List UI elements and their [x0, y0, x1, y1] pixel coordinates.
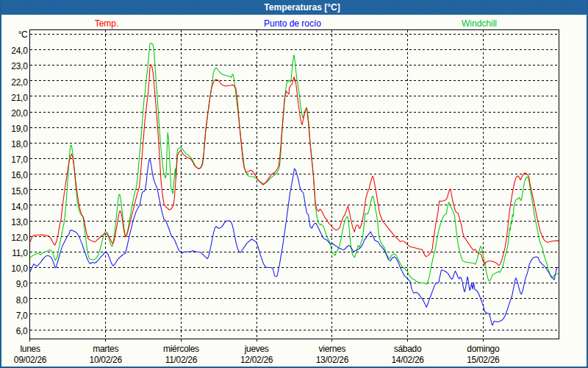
svg-text:12/02/26: 12/02/26 — [240, 355, 273, 365]
svg-text:10,0: 10,0 — [11, 263, 28, 274]
svg-text:11,0: 11,0 — [12, 248, 28, 258]
svg-text:8,0: 8,0 — [16, 295, 28, 305]
svg-text:Punto de rocío: Punto de rocío — [264, 18, 321, 29]
svg-text:10/02/26: 10/02/26 — [90, 355, 123, 365]
svg-text:22,0: 22,0 — [11, 77, 28, 88]
svg-text:13/02/26: 13/02/26 — [316, 355, 349, 365]
svg-text:14,0: 14,0 — [11, 202, 28, 212]
svg-text:14/02/26: 14/02/26 — [391, 355, 424, 365]
svg-text:15/02/26: 15/02/26 — [467, 355, 500, 365]
svg-text:13,0: 13,0 — [11, 217, 28, 227]
svg-text:09/02/26: 09/02/26 — [14, 355, 47, 365]
svg-text:lunes: lunes — [20, 344, 40, 354]
svg-text:7,0: 7,0 — [16, 311, 28, 321]
svg-text:domingo: domingo — [467, 344, 500, 354]
svg-text:16,0: 16,0 — [11, 170, 28, 180]
svg-text:15,0: 15,0 — [11, 186, 28, 197]
svg-text:miércoles: miércoles — [163, 344, 199, 354]
svg-text:Windchill: Windchill — [462, 18, 497, 29]
svg-text:9,0: 9,0 — [16, 279, 28, 289]
svg-text:17,0: 17,0 — [11, 155, 28, 165]
svg-text:jueves: jueves — [244, 344, 269, 354]
svg-text:6,0: 6,0 — [16, 326, 28, 336]
svg-text:23,0: 23,0 — [11, 61, 28, 71]
svg-text:24,0: 24,0 — [11, 46, 28, 56]
svg-text:viernes: viernes — [319, 344, 346, 354]
svg-text:12,0: 12,0 — [11, 233, 28, 243]
svg-text:21,0: 21,0 — [11, 93, 28, 103]
svg-text:19,0: 19,0 — [11, 124, 28, 134]
svg-text:°C: °C — [18, 29, 28, 40]
svg-text:11/02/26: 11/02/26 — [165, 355, 198, 365]
svg-text:20,0: 20,0 — [11, 108, 28, 118]
svg-text:Temp.: Temp. — [95, 18, 119, 29]
svg-text:sábado: sábado — [394, 344, 422, 354]
svg-text:Temperaturas [°C]: Temperaturas [°C] — [264, 2, 340, 13]
svg-text:18,0: 18,0 — [11, 139, 28, 149]
svg-text:martes: martes — [93, 344, 118, 354]
